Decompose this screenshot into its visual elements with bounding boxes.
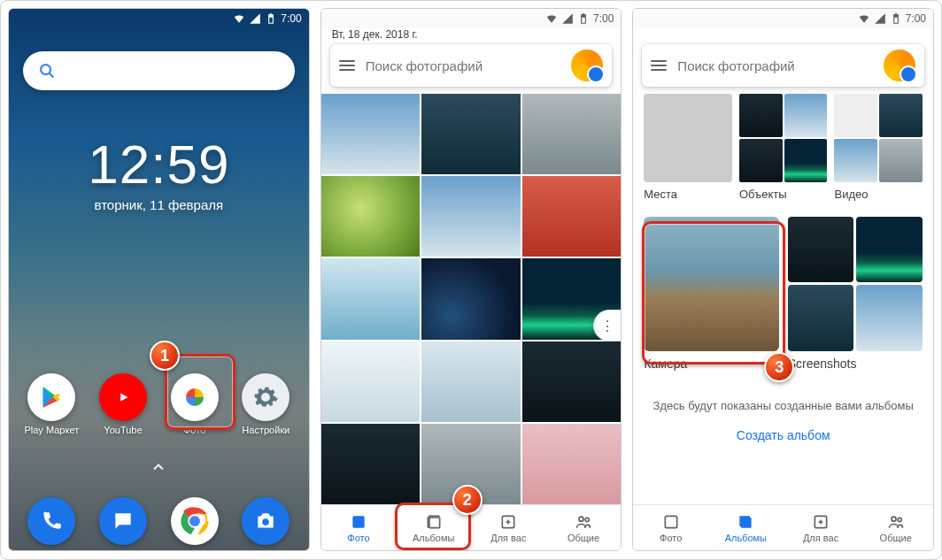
photo-thumbnail[interactable] xyxy=(522,424,622,504)
album-cover xyxy=(644,217,778,351)
photo-thumbnail[interactable] xyxy=(321,258,421,339)
svg-line-1 xyxy=(50,73,54,78)
status-time: 7:00 xyxy=(281,12,301,25)
album-label: Камера xyxy=(644,357,778,371)
dock-camera[interactable] xyxy=(234,497,297,545)
svg-point-14 xyxy=(892,517,896,521)
album-screenshots[interactable]: Screenshots xyxy=(788,217,923,371)
category-label: Места xyxy=(644,188,732,201)
shared-icon xyxy=(887,513,905,531)
nav-photos[interactable]: Фото xyxy=(321,505,397,550)
photo-thumbnail[interactable] xyxy=(321,94,421,174)
nav-label: Общие xyxy=(880,533,912,543)
clock-time: 12:59 xyxy=(9,133,309,196)
photo-thumbnail[interactable] xyxy=(421,94,521,174)
svg-point-9 xyxy=(579,517,583,521)
app-play-store[interactable]: Play Маркет xyxy=(19,373,83,435)
status-bar: 7:00 xyxy=(9,9,309,28)
search-bar[interactable]: Поиск фотографий xyxy=(330,44,613,87)
photo-thumbnail[interactable] xyxy=(522,341,622,422)
photo-thumbnail[interactable] xyxy=(321,424,421,504)
album-camera[interactable]: Камера xyxy=(644,217,778,371)
device-albums-row: Камера Screenshots xyxy=(644,217,923,371)
battery-icon xyxy=(577,12,590,25)
photo-thumbnail[interactable] xyxy=(522,94,622,174)
search-icon xyxy=(37,61,57,81)
clock-date: вторник, 11 февраля xyxy=(9,197,309,212)
category-thumb xyxy=(739,94,828,182)
battery-icon xyxy=(265,12,277,25)
chrome-icon xyxy=(171,497,219,545)
nav-shared[interactable]: Общие xyxy=(858,505,933,550)
screen-photos-grid: 7:00 Вт, 18 дек. 2018 г. Поиск фотографи… xyxy=(320,8,622,551)
upload-icon xyxy=(593,72,602,81)
albums-body: Места Объекты Видео Камера xyxy=(633,94,933,504)
account-avatar[interactable] xyxy=(884,50,915,81)
nav-label: Альбомы xyxy=(725,533,767,543)
photo-thumbnail[interactable] xyxy=(421,341,521,422)
category-label: Объекты xyxy=(739,188,828,201)
dock-phone[interactable] xyxy=(19,497,83,545)
search-bar[interactable]: Поиск фотографий xyxy=(642,44,924,87)
app-row: Play Маркет YouTube Фото Настройки xyxy=(9,373,309,435)
photos-icon xyxy=(662,513,680,531)
photo-thumbnail[interactable] xyxy=(321,176,421,257)
app-youtube[interactable]: YouTube xyxy=(91,373,155,435)
nav-photos[interactable]: Фото xyxy=(633,505,708,550)
dock-chrome[interactable] xyxy=(163,497,227,545)
status-time: 7:00 xyxy=(593,12,614,25)
menu-icon[interactable] xyxy=(651,60,667,71)
signal-icon xyxy=(249,12,261,25)
svg-rect-7 xyxy=(429,518,440,528)
nav-label: Фото xyxy=(347,533,369,543)
account-avatar[interactable] xyxy=(571,50,603,81)
nav-label: Общие xyxy=(568,533,599,543)
category-row: Места Объекты Видео xyxy=(644,94,923,201)
category-thumb xyxy=(834,94,923,182)
clock-widget[interactable]: 12:59 вторник, 11 февраля xyxy=(9,133,309,212)
nav-label: Для вас xyxy=(490,533,526,543)
foryou-icon xyxy=(499,513,517,531)
menu-icon[interactable] xyxy=(339,60,355,71)
category-things[interactable]: Объекты xyxy=(739,94,828,201)
photo-thumbnail[interactable] xyxy=(421,258,521,339)
category-places[interactable]: Места xyxy=(644,94,732,201)
albums-icon xyxy=(737,513,754,531)
upload-icon xyxy=(906,72,915,81)
nav-albums[interactable]: Альбомы xyxy=(396,505,471,550)
date-section-header: Вт, 18 дек. 2018 г. xyxy=(332,28,418,41)
messages-icon xyxy=(99,497,147,545)
photo-thumbnail[interactable] xyxy=(421,424,521,504)
app-settings[interactable]: Настройки xyxy=(234,373,297,435)
chevron-up-icon[interactable] xyxy=(150,458,167,479)
shared-icon xyxy=(575,513,592,531)
photo-thumbnail[interactable] xyxy=(321,341,421,422)
category-label: Видео xyxy=(834,188,923,201)
nav-albums[interactable]: Альбомы xyxy=(708,505,784,550)
play-store-icon xyxy=(27,373,75,421)
nav-shared[interactable]: Общие xyxy=(546,505,622,550)
bottom-nav: Фото Альбомы Для вас Общие xyxy=(633,504,933,550)
nav-label: Фото xyxy=(660,533,682,543)
battery-icon xyxy=(890,12,902,25)
category-thumb xyxy=(644,94,732,182)
search-placeholder: Поиск фотографий xyxy=(366,58,561,73)
foryou-icon xyxy=(812,513,830,531)
svg-point-3 xyxy=(189,516,200,526)
dock xyxy=(9,497,309,545)
category-videos[interactable]: Видео xyxy=(834,94,923,201)
settings-icon xyxy=(242,373,290,421)
create-album-button[interactable]: Создать альбом xyxy=(644,428,923,442)
fast-scroll-handle[interactable]: ⋮ xyxy=(593,310,622,341)
photo-thumbnail[interactable] xyxy=(421,176,521,257)
google-search-bar[interactable] xyxy=(23,51,295,90)
nav-foryou[interactable]: Для вас xyxy=(784,505,859,550)
photo-grid xyxy=(321,94,622,504)
svg-point-10 xyxy=(585,518,589,521)
nav-foryou[interactable]: Для вас xyxy=(471,505,546,550)
app-photos[interactable]: Фото xyxy=(163,373,227,435)
albums-icon xyxy=(425,513,443,531)
photo-thumbnail[interactable] xyxy=(522,176,622,257)
dock-messages[interactable] xyxy=(91,497,155,545)
album-label: Screenshots xyxy=(788,357,923,371)
